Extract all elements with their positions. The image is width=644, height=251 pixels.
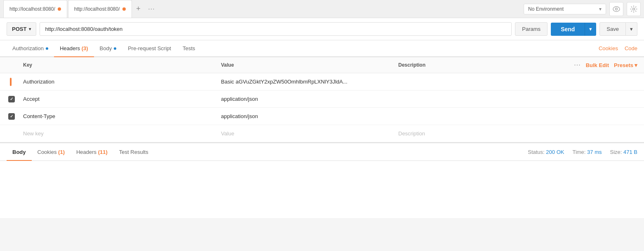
tab-bar-right: No Environment ▾: [524, 2, 641, 16]
tab-tests[interactable]: Tests: [177, 40, 201, 57]
save-button[interactable]: Save: [599, 22, 626, 36]
environment-label: No Environment: [528, 6, 564, 12]
row-1-value[interactable]: Basic aGVuZGktY2xpZW50OmhlbmRpLXNlY3JldA…: [221, 79, 398, 85]
cookies-link[interactable]: Cookies: [599, 40, 618, 56]
authorization-dot: [46, 47, 48, 50]
response-status: Status: 200 OK Time: 37 ms Size: 471 B: [528, 149, 637, 155]
bulk-edit-button[interactable]: Bulk Edit: [586, 62, 609, 68]
response-body-area: [0, 160, 644, 218]
tab-2-dot: [122, 7, 126, 11]
res-tab-body[interactable]: Body: [7, 144, 32, 161]
row-3-checkbox[interactable]: [8, 113, 15, 120]
save-dropdown-button[interactable]: ▾: [626, 22, 637, 36]
send-button[interactable]: Send: [551, 23, 585, 36]
res-tab-test-results-label: Test Results: [119, 149, 148, 155]
col-description: Description: [398, 62, 574, 68]
url-input[interactable]: [40, 22, 512, 36]
tab-headers-label: Headers (3): [60, 45, 88, 51]
tab-authorization[interactable]: Authorization: [7, 40, 54, 57]
method-label: POST: [12, 26, 26, 32]
tab-2-label: http://localhost:8080/: [74, 6, 120, 12]
presets-label: Presets: [614, 62, 633, 68]
response-bar: Body Cookies (1) Headers (11) Test Resul…: [0, 142, 644, 160]
new-key-input[interactable]: New key: [23, 130, 221, 137]
row-3-key[interactable]: Content-Type: [23, 113, 221, 119]
res-tab-cookies[interactable]: Cookies (1): [32, 144, 71, 161]
row-3-checkbox-area[interactable]: [0, 113, 23, 120]
tab-2[interactable]: http://localhost:8080/: [68, 0, 132, 18]
code-link[interactable]: Code: [625, 40, 637, 56]
row-3-value[interactable]: application/json: [221, 113, 398, 119]
cookies-count-badge: (1): [58, 149, 65, 155]
send-group: Send ▾: [551, 23, 596, 36]
method-selector[interactable]: POST ▾: [7, 22, 36, 36]
res-tab-body-label: Body: [12, 149, 26, 155]
eye-icon: [613, 6, 620, 12]
presets-button[interactable]: Presets ▾: [614, 62, 637, 68]
new-description-input[interactable]: Description: [398, 130, 644, 137]
time-value: 37 ms: [587, 149, 602, 155]
tab-pre-request-label: Pre-request Script: [128, 45, 171, 51]
status-value: 200 OK: [546, 149, 564, 155]
environment-chevron-icon: ▾: [599, 6, 602, 12]
send-dropdown-button[interactable]: ▾: [585, 23, 596, 36]
row-1-bar: [10, 78, 12, 86]
res-headers-badge: (11): [98, 149, 108, 155]
headers-table: Key Value Description ··· Bulk Edit Pres…: [0, 57, 644, 142]
settings-button[interactable]: [627, 2, 641, 16]
table-row: Accept application/json: [0, 91, 644, 108]
tab-1-dot: [58, 7, 61, 11]
new-value-input[interactable]: Value: [221, 130, 398, 137]
tab-body-label: Body: [100, 45, 112, 51]
svg-point-2: [633, 8, 635, 10]
tab-authorization-label: Authorization: [12, 45, 44, 51]
time-label: Time: 37 ms: [572, 149, 602, 155]
tab-bar: http://localhost:8080/ http://localhost:…: [0, 0, 644, 18]
res-tab-cookies-label: Cookies (1): [38, 149, 65, 155]
method-chevron-icon: ▾: [29, 27, 31, 31]
request-tabs: Authorization Headers (3) Body Pre-reque…: [0, 40, 644, 57]
table-header-actions: ··· Bulk Edit Presets ▾: [574, 61, 644, 69]
col-value: Value: [221, 62, 398, 68]
body-dot: [114, 47, 116, 50]
more-tabs-button[interactable]: ···: [146, 3, 157, 15]
presets-chevron-icon: ▾: [635, 62, 637, 68]
tab-headers[interactable]: Headers (3): [54, 40, 94, 57]
res-tab-headers-label: Headers (11): [76, 149, 108, 155]
headers-badge: (3): [82, 45, 88, 51]
row-2-value[interactable]: application/json: [221, 96, 398, 102]
table-row: Content-Type application/json: [0, 108, 644, 125]
more-options-icon[interactable]: ···: [574, 61, 581, 69]
size-value: 471 B: [623, 149, 637, 155]
tab-pre-request[interactable]: Pre-request Script: [122, 40, 177, 57]
row-2-checkbox-area[interactable]: [0, 96, 23, 102]
tab-body[interactable]: Body: [94, 40, 122, 57]
res-tab-headers[interactable]: Headers (11): [71, 144, 113, 161]
tab-1-label: http://localhost:8080/: [9, 6, 55, 12]
add-tab-button[interactable]: +: [133, 3, 144, 15]
gear-icon: [630, 5, 637, 13]
col-key: Key: [23, 62, 221, 68]
size-label: Size: 471 B: [610, 149, 637, 155]
row-2-checkbox[interactable]: [8, 96, 15, 102]
table-header: Key Value Description ··· Bulk Edit Pres…: [0, 57, 644, 73]
new-key-row: New key Value Description: [0, 125, 644, 142]
eye-button[interactable]: [609, 2, 623, 16]
status-label: Status: 200 OK: [528, 149, 564, 155]
row-2-key[interactable]: Accept: [23, 96, 221, 102]
tab-tests-label: Tests: [183, 45, 195, 51]
table-row: Authorization Basic aGVuZGktY2xpZW50Omhl…: [0, 73, 644, 91]
params-button[interactable]: Params: [515, 22, 548, 36]
row-1-key[interactable]: Authorization: [23, 79, 221, 85]
tab-1[interactable]: http://localhost:8080/: [3, 0, 67, 18]
res-tab-test-results[interactable]: Test Results: [113, 144, 154, 161]
save-group: Save ▾: [599, 22, 637, 36]
request-bar: POST ▾ Params Send ▾ Save ▾: [0, 18, 644, 40]
environment-selector[interactable]: No Environment ▾: [524, 4, 606, 14]
row-1-checkbox-area: [0, 78, 23, 86]
svg-point-0: [613, 7, 620, 12]
svg-point-1: [616, 8, 618, 10]
req-tabs-right: Cookies Code: [599, 40, 637, 56]
